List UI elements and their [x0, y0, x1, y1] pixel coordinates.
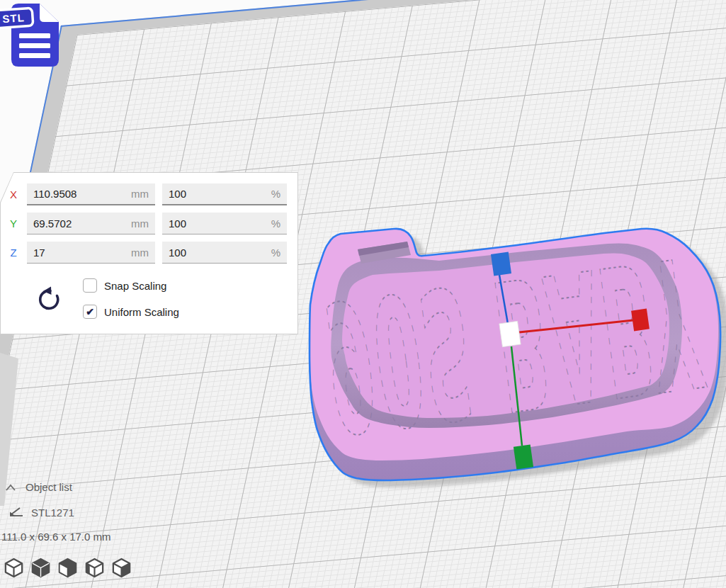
snap-scaling-label: Snap Scaling [104, 280, 166, 292]
x-size-value: 110.9508 [33, 188, 76, 200]
scale-row-z: Z 17 mm 100 % [0, 242, 287, 264]
z-size-input[interactable]: 17 mm [27, 242, 155, 264]
x-percent-input[interactable]: 100 % [162, 183, 287, 205]
cube-right-icon [110, 557, 132, 579]
stl-text-line [19, 33, 50, 38]
view-left-button[interactable] [84, 557, 106, 579]
z-percent-unit: % [271, 247, 280, 259]
stl-text-line [19, 53, 50, 58]
object-list-collapse-button[interactable] [5, 482, 16, 495]
z-size-unit: mm [131, 247, 149, 259]
axis-label-y: Y [0, 217, 27, 230]
uniform-scaling-option[interactable]: ✔ Uniform Scaling [83, 305, 179, 319]
y-scale-handle[interactable] [514, 444, 533, 469]
x-scale-handle[interactable] [631, 309, 650, 332]
scale-row-x: X 110.9508 mm 100 % [0, 183, 287, 205]
view-front-button[interactable] [30, 557, 52, 579]
x-percent-value: 100 [169, 188, 186, 200]
uniform-scaling-checkbox[interactable]: ✔ [83, 305, 97, 319]
z-size-value: 17 [33, 247, 45, 259]
y-size-input[interactable]: 69.5702 mm [27, 213, 155, 234]
stl-page-fold-icon [40, 4, 59, 22]
cube-3d-icon [3, 557, 25, 579]
chevron-up-icon [5, 482, 16, 492]
axis-label-x: X [0, 188, 27, 200]
stl-text-line [19, 43, 50, 48]
view-orientation-toolbar [3, 557, 132, 579]
z-percent-value: 100 [169, 247, 186, 259]
reset-scale-button[interactable] [34, 284, 62, 314]
stl-file-icon: STL [0, 0, 68, 72]
stl-badge-label: STL [2, 11, 25, 25]
object-type-icon [8, 504, 25, 521]
check-icon: ✔ [86, 306, 94, 317]
scale-tool-panel: X 110.9508 mm 100 % Y 69.5702 mm 100 % Z [0, 172, 298, 334]
x-percent-unit: % [271, 188, 280, 200]
object-list-item[interactable]: STL1271 [31, 507, 74, 519]
cube-front-icon [30, 557, 52, 579]
snap-scaling-checkbox[interactable] [83, 278, 97, 293]
y-percent-input[interactable]: 100 % [162, 213, 287, 234]
scale-row-y: Y 69.5702 mm 100 % [0, 213, 287, 234]
y-size-unit: mm [131, 217, 149, 230]
y-percent-value: 100 [169, 217, 186, 230]
center-scale-handle[interactable] [499, 321, 521, 346]
view-right-button[interactable] [110, 557, 132, 579]
view-3d-button[interactable] [3, 557, 25, 579]
cube-top-icon [57, 557, 79, 579]
y-percent-unit: % [271, 217, 280, 230]
object-list-header[interactable]: Object list [25, 481, 72, 493]
axis-label-z: Z [0, 247, 27, 259]
x-size-unit: mm [131, 188, 149, 200]
z-percent-input[interactable]: 100 % [162, 242, 287, 264]
model-dimensions-label: 111.0 x 69.6 x 17.0 mm [1, 531, 111, 543]
reset-icon [34, 284, 62, 314]
view-top-button[interactable] [57, 557, 79, 579]
z-scale-handle[interactable] [491, 251, 511, 276]
x-size-input[interactable]: 110.9508 mm [27, 183, 155, 205]
cube-left-icon [84, 557, 106, 579]
snap-scaling-option[interactable]: Snap Scaling [83, 278, 166, 293]
uniform-scaling-label: Uniform Scaling [104, 306, 179, 318]
y-size-value: 69.5702 [33, 217, 72, 230]
